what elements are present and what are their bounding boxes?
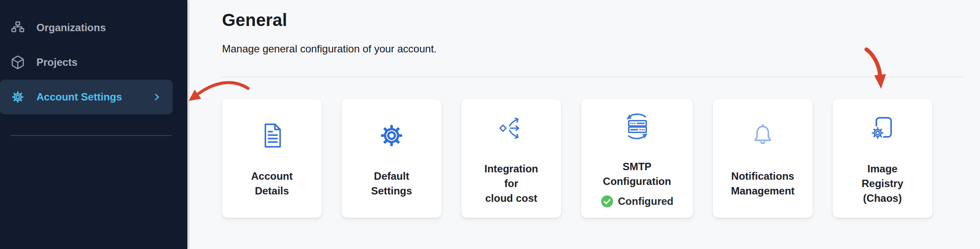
gear-icon	[10, 90, 25, 104]
card-label: Notifications Management	[731, 169, 795, 198]
document-icon	[258, 119, 286, 152]
main-content: General Manage general configuration of …	[187, 0, 980, 249]
gear-icon	[377, 119, 406, 152]
card-smtp-configuration[interactable]: SMTP Configuration Configured	[581, 99, 693, 218]
sidebar-item-organizations[interactable]: Organizations	[0, 10, 173, 45]
card-default-settings[interactable]: Default Settings	[342, 99, 441, 218]
sidebar-item-label: Projects	[36, 56, 78, 68]
card-notifications-management[interactable]: Notifications Management	[713, 99, 813, 218]
server-sync-icon	[621, 109, 653, 143]
branch-arrows-icon	[497, 111, 525, 145]
sidebar-divider	[10, 135, 172, 136]
card-label: Account Details	[251, 169, 293, 198]
sidebar-item-label: Account Settings	[36, 91, 122, 103]
status-badge-label: Configured	[618, 195, 673, 207]
chevron-right-icon	[153, 93, 161, 101]
sidebar: Organizations Projects	[0, 0, 187, 249]
sidebar-item-label: Organizations	[36, 22, 106, 34]
card-label: Integration for cloud cost	[484, 162, 538, 206]
bell-icon	[749, 119, 777, 152]
card-account-details[interactable]: Account Details	[222, 99, 322, 218]
cube-icon	[10, 55, 25, 70]
page-title: General	[222, 10, 963, 30]
page-subtitle: Manage general configuration of your acc…	[222, 43, 963, 55]
card-image-registry-chaos[interactable]: Image Registry (Chaos)	[833, 99, 932, 218]
card-label: Default Settings	[371, 169, 412, 198]
org-chart-icon	[10, 20, 25, 35]
sidebar-item-account-settings[interactable]: Account Settings	[0, 80, 173, 114]
section-divider	[222, 77, 963, 78]
registry-gear-icon	[869, 111, 896, 145]
card-label: SMTP Configuration	[603, 159, 671, 189]
check-circle-icon	[601, 195, 614, 208]
card-label: Image Registry (Chaos)	[862, 162, 903, 206]
settings-card-grid: Account Details Default Settings	[222, 99, 963, 218]
status-badge: Configured	[601, 195, 673, 208]
sidebar-item-projects[interactable]: Projects	[0, 45, 173, 80]
card-integration-cloud-cost[interactable]: Integration for cloud cost	[461, 99, 561, 218]
